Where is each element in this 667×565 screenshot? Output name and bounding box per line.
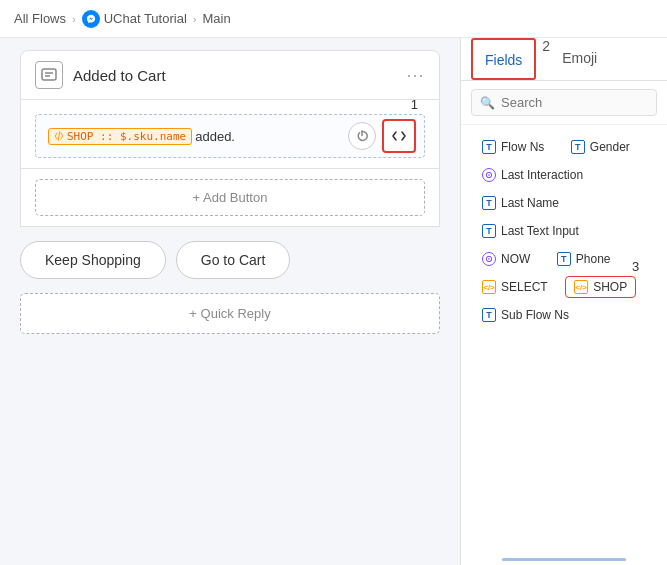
quick-reply-block[interactable]: + Quick Reply [20, 293, 440, 334]
field-flow-ns[interactable]: T Flow Ns [473, 136, 553, 158]
badge-3: 3 [632, 259, 639, 274]
field-label: NOW [501, 252, 530, 266]
add-button[interactable]: + Add Button [35, 179, 425, 216]
tab-number: 2 [542, 38, 550, 80]
node-type-icon [35, 61, 63, 89]
message-block: SHOP :: $.sku.name added. 1 [20, 100, 440, 169]
panel-search: 🔍 [461, 81, 667, 125]
breadcrumb-all-flows[interactable]: All Flows [14, 11, 66, 26]
left-panel: Added to Cart ⋯ SHOP :: $.sku.name added… [0, 38, 460, 565]
node-title: Added to Cart [73, 67, 406, 84]
add-button-block: + Add Button [20, 169, 440, 227]
field-select[interactable]: </> SELECT [473, 276, 557, 298]
shop-tag: SHOP :: $.sku.name [48, 128, 192, 145]
field-label: Last Name [501, 196, 559, 210]
field-label: SHOP [593, 280, 627, 294]
svg-rect-0 [42, 69, 56, 80]
search-wrap: 🔍 [471, 89, 657, 116]
text-icon: T [557, 252, 571, 266]
shop-icon: </> [482, 280, 496, 294]
field-label: SELECT [501, 280, 548, 294]
scroll-indicator [502, 558, 626, 561]
text-icon: T [482, 308, 496, 322]
panel-tabs: Fields 2 Emoji [461, 38, 667, 81]
tab-fields[interactable]: Fields [471, 38, 536, 80]
message-controls: 1 [348, 119, 416, 153]
clock-icon: ⊙ [482, 168, 496, 182]
field-shop[interactable]: 3 </> SHOP [565, 276, 636, 298]
keep-shopping-button[interactable]: Keep Shopping [20, 241, 166, 279]
clock-icon: ⊙ [482, 252, 496, 266]
power-button[interactable] [348, 122, 376, 150]
text-icon: T [482, 196, 496, 210]
action-buttons: Keep Shopping Go to Cart [20, 241, 440, 279]
shop-code-icon: </> [574, 280, 588, 294]
messenger-icon [82, 10, 100, 28]
tab-emoji[interactable]: Emoji [550, 38, 609, 81]
main-container: Added to Cart ⋯ SHOP :: $.sku.name added… [0, 38, 667, 565]
field-now[interactable]: ⊙ NOW [473, 248, 539, 270]
field-last-interaction[interactable]: ⊙ Last Interaction [473, 164, 592, 186]
field-gender[interactable]: T Gender [562, 136, 639, 158]
text-icon: T [482, 140, 496, 154]
message-content[interactable]: SHOP :: $.sku.name added. 1 [35, 114, 425, 158]
breadcrumb-uchat[interactable]: UChat Tutorial [104, 11, 187, 26]
number-badge-1: 1 [411, 97, 418, 112]
field-label: Phone [576, 252, 611, 266]
field-label: Flow Ns [501, 140, 544, 154]
breadcrumb-sep-1: › [72, 13, 76, 25]
node-header: Added to Cart ⋯ [20, 50, 440, 100]
text-icon: T [482, 224, 496, 238]
field-label: Sub Flow Ns [501, 308, 569, 322]
field-last-name[interactable]: T Last Name [473, 192, 568, 214]
field-label: Last Interaction [501, 168, 583, 182]
field-phone[interactable]: T Phone [548, 248, 620, 270]
field-sub-flow-ns[interactable]: T Sub Flow Ns [473, 304, 578, 326]
code-button[interactable] [382, 119, 416, 153]
field-label: Gender [590, 140, 630, 154]
search-icon: 🔍 [480, 96, 495, 110]
field-label: Last Text Input [501, 224, 579, 238]
breadcrumb-sep-2: › [193, 13, 197, 25]
search-input[interactable] [501, 95, 648, 110]
right-panel: Fields 2 Emoji 🔍 T Flow Ns T Gender [460, 38, 667, 565]
breadcrumb-main[interactable]: Main [202, 11, 230, 26]
text-icon: T [571, 140, 585, 154]
node-menu-dots[interactable]: ⋯ [406, 64, 425, 86]
go-to-cart-button[interactable]: Go to Cart [176, 241, 291, 279]
breadcrumb: All Flows › UChat Tutorial › Main [0, 0, 667, 38]
field-last-text-input[interactable]: T Last Text Input [473, 220, 588, 242]
fields-list: T Flow Ns T Gender ⊙ Last Interaction T … [461, 125, 667, 554]
